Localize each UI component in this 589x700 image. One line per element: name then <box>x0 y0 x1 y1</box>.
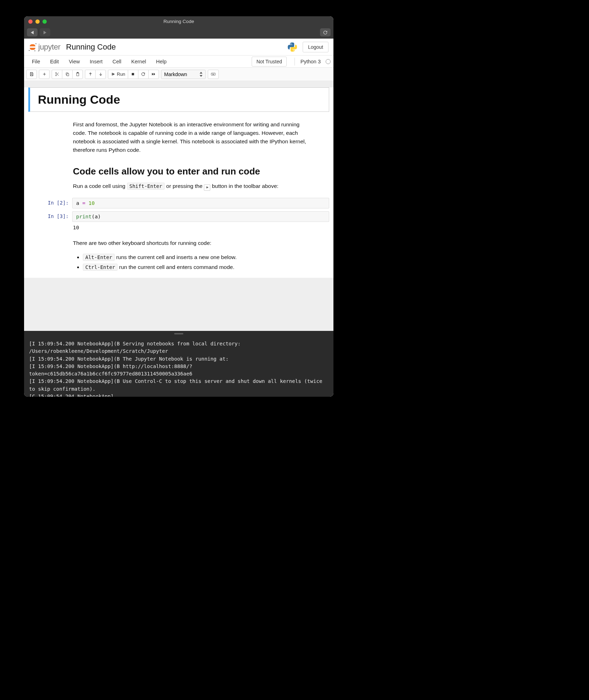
list-item: Alt-Enter runs the current cell and inse… <box>83 253 312 262</box>
input-prompt: In [3]: <box>28 211 72 222</box>
run-button[interactable]: Run <box>108 70 128 79</box>
arrow-up-icon <box>88 72 93 76</box>
restart-run-all-button[interactable] <box>148 70 159 79</box>
restart-icon <box>141 72 145 76</box>
keyboard-icon <box>211 72 216 76</box>
menu-cell[interactable]: Cell <box>108 57 126 67</box>
kernel-status-icon <box>326 59 331 64</box>
run-label: Run <box>117 71 125 77</box>
move-up-button[interactable] <box>85 70 96 79</box>
jupyter-logo[interactable]: jupyter <box>29 42 61 52</box>
run-icon <box>111 72 115 76</box>
svg-rect-1 <box>211 73 215 75</box>
svg-rect-5 <box>214 74 215 74</box>
scissors-icon <box>55 72 59 76</box>
run-icon <box>204 184 210 191</box>
svg-rect-0 <box>132 73 135 75</box>
menu-file[interactable]: File <box>27 57 45 67</box>
insert-cell-button[interactable] <box>39 70 50 79</box>
menu-separator <box>294 58 295 65</box>
svg-rect-6 <box>212 74 214 75</box>
trust-button[interactable]: Not Trusted <box>252 57 286 67</box>
heading-1: Running Code <box>38 93 321 107</box>
reload-button[interactable] <box>320 28 331 36</box>
app-window: Running Code jupyter Run <box>24 16 333 397</box>
python-icon <box>288 42 297 52</box>
kbd-shortcut: Ctrl-Enter <box>83 264 118 271</box>
terminal-output[interactable]: [I 15:09:54.200 NotebookApp](B Serving n… <box>24 337 333 397</box>
arrow-down-icon <box>98 72 103 76</box>
kbd-shortcut: Alt-Enter <box>83 254 115 261</box>
chevron-down-icon <box>200 75 202 77</box>
stop-icon <box>131 72 135 76</box>
notebook-title[interactable]: Running Code <box>66 42 116 52</box>
jupyter-mark-icon <box>29 44 36 51</box>
split-handle[interactable] <box>24 331 333 337</box>
cell-type-select[interactable]: Markdown <box>161 70 206 79</box>
menu-kernel[interactable]: Kernel <box>126 57 151 67</box>
minimize-icon[interactable] <box>35 19 40 24</box>
paragraph: First and foremost, the Jupyter Notebook… <box>73 120 312 154</box>
paragraph: Run a code cell using Shift-Enter or pre… <box>73 182 312 191</box>
back-button[interactable] <box>27 28 38 36</box>
close-icon[interactable] <box>28 19 33 24</box>
notebook: Running Code First and foremost, the Jup… <box>24 87 333 278</box>
forward-button[interactable] <box>40 28 50 36</box>
logout-button[interactable]: Logout <box>303 42 328 52</box>
markdown-cell-selected[interactable]: Running Code <box>28 87 329 112</box>
fullscreen-icon[interactable] <box>42 19 47 24</box>
input-prompt: In [2]: <box>28 198 72 208</box>
reload-icon <box>323 30 328 35</box>
toolbar: Run Markdown <box>24 68 333 81</box>
menu-insert[interactable]: Insert <box>85 57 108 67</box>
restart-button[interactable] <box>138 70 149 79</box>
menu-edit[interactable]: Edit <box>45 57 64 67</box>
move-down-button[interactable] <box>95 70 106 79</box>
kernel-name[interactable]: Python 3 <box>301 59 321 64</box>
svg-rect-2 <box>212 74 212 74</box>
browser-nav <box>24 27 333 39</box>
heading-2: Code cells allow you to enter and run co… <box>73 164 312 178</box>
code-input[interactable]: a = 10 <box>72 198 329 208</box>
chevron-right-icon <box>44 31 46 34</box>
code-cell[interactable]: In [3]: print(a) <box>24 210 333 223</box>
code-output: 10 <box>24 223 333 230</box>
save-button[interactable] <box>26 70 37 79</box>
svg-rect-3 <box>212 74 213 74</box>
notebook-scroll-area[interactable]: Running Code First and foremost, the Jup… <box>24 81 333 331</box>
window-title: Running Code <box>24 19 333 24</box>
menu-view[interactable]: View <box>64 57 85 67</box>
title-bar: Running Code <box>24 16 333 27</box>
plus-icon <box>42 72 47 76</box>
copy-button[interactable] <box>62 70 73 79</box>
svg-rect-4 <box>213 74 213 74</box>
paragraph: There are two other keyboard shortcuts f… <box>73 239 312 247</box>
jupyter-header: jupyter Running Code Logout <box>24 39 333 56</box>
menu-bar: File Edit View Insert Cell Kernel Help N… <box>24 56 333 68</box>
code-input[interactable]: print(a) <box>72 211 329 222</box>
copy-icon <box>65 72 70 76</box>
markdown-output: First and foremost, the Jupyter Notebook… <box>24 112 333 191</box>
fast-forward-icon <box>151 72 156 76</box>
command-palette-button[interactable] <box>208 70 219 79</box>
chevron-left-icon <box>31 31 34 34</box>
paste-button[interactable] <box>72 70 83 79</box>
cut-button[interactable] <box>52 70 62 79</box>
jupyter-wordmark: jupyter <box>38 42 61 52</box>
save-icon <box>29 72 34 76</box>
paste-icon <box>75 72 80 76</box>
interrupt-button[interactable] <box>128 70 138 79</box>
markdown-output: There are two other keyboard shortcuts f… <box>24 230 333 271</box>
list: Alt-Enter runs the current cell and inse… <box>73 253 312 271</box>
kbd-shortcut: Shift-Enter <box>127 183 165 190</box>
cell-type-value: Markdown <box>164 71 187 77</box>
code-cell[interactable]: In [2]: a = 10 <box>24 196 333 210</box>
list-item: Ctrl-Enter run the current cell and ente… <box>83 263 312 271</box>
menu-help[interactable]: Help <box>151 57 172 67</box>
